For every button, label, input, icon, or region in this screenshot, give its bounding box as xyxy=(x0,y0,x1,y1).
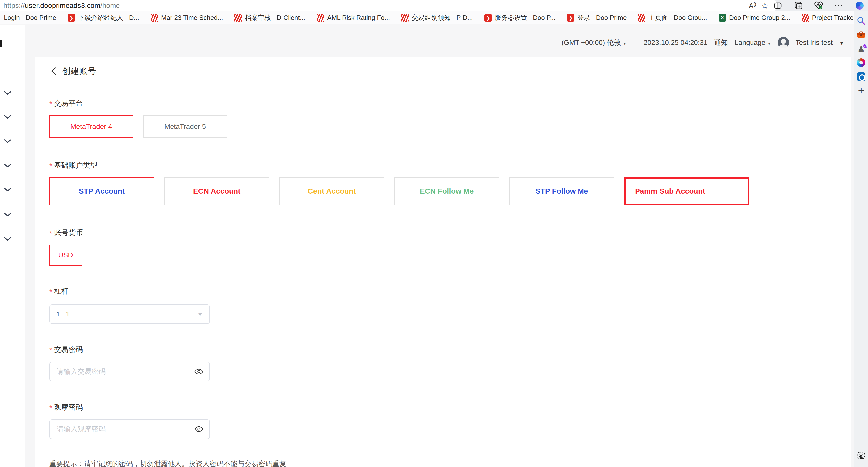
account-type-options: STP AccountECN AccountCent AccountECN Fo… xyxy=(49,177,837,205)
settings-menu-icon[interactable]: ··· xyxy=(833,0,846,11)
required-asterisk: * xyxy=(49,162,52,170)
field-label: 账号货币 xyxy=(54,228,83,238)
page-header: (GMT +00:00) 伦敦 ▼ 2023.10.25 04:20:31 通知… xyxy=(562,36,844,49)
split-screen-icon[interactable] xyxy=(771,0,784,11)
create-account-card: 创建账号 * 交易平台 MetaTrader 4MetaTrader 5 * 基… xyxy=(35,57,851,467)
notifications-link[interactable]: 通知 xyxy=(714,38,728,47)
user-menu-chevron-icon[interactable]: ▼ xyxy=(839,40,844,46)
games-icon[interactable]: ♟♞ xyxy=(854,42,868,56)
tools-toolbox-icon[interactable] xyxy=(854,28,868,42)
chevron-down-icon[interactable] xyxy=(3,163,12,169)
bookmark-item[interactable]: 主页面 - Doo Grou... xyxy=(638,13,707,22)
language-selector[interactable]: Language ▼ xyxy=(735,38,771,46)
bookmark-item[interactable]: ❯下级介绍经纪人 - D... xyxy=(68,13,140,22)
bookmark-label: Mar-23 Time Sched... xyxy=(161,14,223,22)
chevron-down-icon[interactable] xyxy=(3,212,12,218)
eye-icon[interactable] xyxy=(194,424,204,434)
required-asterisk: * xyxy=(49,229,52,237)
page-title-row: 创建账号 xyxy=(49,64,837,78)
web-capture-icon[interactable] xyxy=(854,448,868,462)
eye-icon[interactable] xyxy=(194,367,204,376)
doo-stripes-favicon-icon xyxy=(802,14,809,22)
excel-file-favicon-icon: X xyxy=(719,14,726,22)
option-pamm-sub-account[interactable]: Pamm Sub Account xyxy=(624,177,749,205)
leverage-value: 1 : 1 xyxy=(56,310,197,318)
bookmark-item[interactable]: ❯服务器设置 - Doo P... xyxy=(485,13,556,22)
option-metatrader-4[interactable]: MetaTrader 4 xyxy=(49,115,133,137)
bookmark-label: 交易组别须知 - P-D... xyxy=(412,13,473,22)
outlook-icon[interactable] xyxy=(854,70,868,84)
chevron-down-icon: ▼ xyxy=(768,41,771,45)
doo-stripes-favicon-icon xyxy=(235,14,242,22)
doo-stripes-favicon-icon xyxy=(317,14,324,22)
bookmark-label: Project Tracker - D-... xyxy=(812,14,854,22)
platform-label-row: * 交易平台 xyxy=(49,98,837,108)
timezone-selector[interactable]: (GMT +00:00) 伦敦 ▼ xyxy=(562,38,626,47)
bookmark-item[interactable]: AML Risk Rating Fo... xyxy=(317,14,390,22)
read-aloud-icon[interactable]: A)) xyxy=(746,0,758,11)
doo-stripes-favicon-icon xyxy=(401,14,409,22)
option-metatrader-5[interactable]: MetaTrader 5 xyxy=(143,115,227,137)
browser-essentials-icon[interactable] xyxy=(812,0,825,11)
bookmark-item[interactable]: Mar-23 Time Sched... xyxy=(151,14,223,22)
bookmark-item[interactable]: 档案审核 - D-Client... xyxy=(235,13,305,22)
bookmark-label: AML Risk Rating Fo... xyxy=(327,14,390,22)
option-cent-account[interactable]: Cent Account xyxy=(279,177,384,205)
edge-sidebar: ♟♞ + xyxy=(854,11,868,467)
doo-stripes-favicon-icon xyxy=(638,14,646,22)
back-icon[interactable] xyxy=(49,67,58,75)
bookmark-label: Doo Prime Group 2... xyxy=(729,14,790,22)
bookmark-item[interactable]: 交易组别须知 - P-D... xyxy=(401,13,473,22)
chevron-down-icon[interactable] xyxy=(3,139,12,145)
trade-password-input[interactable] xyxy=(51,368,194,375)
sidebar-divider xyxy=(856,465,866,465)
copilot-icon[interactable] xyxy=(853,0,866,11)
required-asterisk: * xyxy=(49,100,52,108)
doo-logo-favicon-icon: ❯ xyxy=(68,14,75,22)
option-usd[interactable]: USD xyxy=(49,245,82,266)
chevron-down-icon: ▼ xyxy=(623,41,626,45)
collections-icon[interactable] xyxy=(792,0,805,11)
chevron-down-icon[interactable] xyxy=(3,236,12,242)
leverage-label-row: * 杠杆 xyxy=(49,287,837,296)
bookmarks-bar: Login - Doo Prime❯下级介绍经纪人 - D...Mar-23 T… xyxy=(0,11,854,24)
bookmark-label: 服务器设置 - Doo P... xyxy=(495,13,556,22)
bookmark-label: 档案审核 - D-Client... xyxy=(245,13,305,22)
bookmark-label: 主页面 - Doo Grou... xyxy=(648,13,707,22)
chevron-down-icon[interactable] xyxy=(3,114,12,120)
bookmark-item[interactable]: Project Tracker - D-... xyxy=(802,14,854,22)
bookmark-item[interactable]: XDoo Prime Group 2... xyxy=(719,14,790,22)
field-label: 交易密码 xyxy=(54,345,83,355)
sidebar-add-icon[interactable]: + xyxy=(854,84,868,98)
trade-password-field xyxy=(49,362,210,381)
option-ecn-follow-me[interactable]: ECN Follow Me xyxy=(394,177,499,205)
bookmark-item[interactable]: Login - Doo Prime xyxy=(4,14,56,22)
chevron-down-icon[interactable] xyxy=(3,91,12,97)
bookmark-item[interactable]: ❯登录 - Doo Prime xyxy=(567,13,626,22)
doo-logo-favicon-icon: ❯ xyxy=(485,14,492,22)
search-icon[interactable] xyxy=(854,14,868,28)
leverage-select[interactable]: 1 : 1 ▼ xyxy=(49,304,210,324)
password-notice: 重要提示：请牢记您的密码，切勿泄露他人。投资人密码不能与交易密码重复 xyxy=(49,459,837,467)
view-password-input[interactable] xyxy=(51,425,194,433)
favorite-star-icon[interactable]: ☆ xyxy=(758,0,771,11)
url-text[interactable]: https://user.dooprimeads3.com/home xyxy=(3,2,746,10)
option-stp-account[interactable]: STP Account xyxy=(49,177,154,205)
chevron-down-icon: ▼ xyxy=(197,311,204,317)
option-ecn-account[interactable]: ECN Account xyxy=(164,177,269,205)
option-stp-follow-me[interactable]: STP Follow Me xyxy=(509,177,614,205)
platform-options: MetaTrader 4MetaTrader 5 xyxy=(49,115,837,137)
chevron-down-icon[interactable] xyxy=(3,187,12,193)
avatar[interactable] xyxy=(778,37,789,48)
required-asterisk: * xyxy=(49,346,52,354)
bookmark-label: 登录 - Doo Prime xyxy=(577,13,626,22)
address-bar[interactable]: https://user.dooprimeads3.com/home A)) ☆ xyxy=(0,0,778,11)
bookmark-label: Login - Doo Prime xyxy=(4,14,56,22)
bookmark-label: 下级介绍经纪人 - D... xyxy=(78,13,140,22)
trade-password-label-row: * 交易密码 xyxy=(49,345,837,355)
microsoft-365-icon[interactable] xyxy=(854,56,868,70)
field-label: 交易平台 xyxy=(54,98,83,108)
left-sidebar xyxy=(0,25,25,467)
field-label: 观摩密码 xyxy=(54,402,83,412)
field-label: 杠杆 xyxy=(54,287,68,296)
